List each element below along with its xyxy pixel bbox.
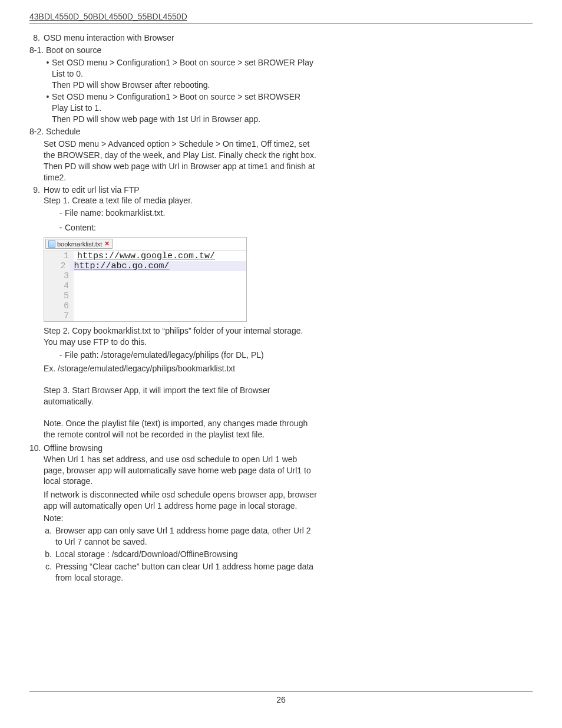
editor-line[interactable]: 2http://abc.go.com/ [44, 261, 246, 271]
line-number: 2 [44, 261, 70, 271]
text: Set OSD menu > Configuration1 > Boot on … [52, 92, 300, 113]
body-text: Step 3. Start Browser App, it will impor… [44, 385, 318, 407]
url-link[interactable]: https://www.google.com.tw/ [77, 251, 215, 261]
body-text: Set OSD menu > Configuration1 > Boot on … [52, 91, 318, 125]
editor-line[interactable]: 1https://www.google.com.tw/ [44, 251, 246, 261]
editor-line[interactable]: 4 [44, 281, 246, 291]
body-text: OSD menu interaction with Browser [44, 32, 318, 44]
dash-icon: - [57, 350, 65, 361]
body-text: Note: [44, 513, 318, 524]
text: Set OSD menu > Configuration1 > Boot on … [52, 58, 313, 78]
editor-tab[interactable]: bookmarklist.txt ✕ [45, 239, 113, 249]
text: Then PD will show web page with 1st Url … [52, 114, 260, 124]
body-text: Pressing “Clear cache” button can clear … [55, 561, 318, 584]
dash-icon: - [57, 222, 65, 233]
text: How to edit url list via FTP [44, 185, 140, 195]
body-text: Set OSD menu > Configuration1 > Boot on … [52, 57, 318, 91]
line-content[interactable] [74, 291, 82, 301]
list-letter: b. [44, 549, 55, 560]
body-text: Ex. /storage/emulated/legacy/philips/boo… [44, 363, 318, 374]
list-letter: a. [44, 525, 55, 548]
editor-line[interactable]: 7 [44, 311, 246, 321]
text: Step 1. Create a text file of media play… [44, 196, 193, 205]
line-content[interactable]: https://www.google.com.tw/ [74, 251, 215, 261]
line-number: 7 [44, 311, 74, 321]
editor-line[interactable]: 5 [44, 291, 246, 301]
line-content[interactable]: http://abc.go.com/ [70, 261, 246, 271]
body-text: 8-2. Schedule [29, 126, 318, 137]
editor-line[interactable]: 3 [44, 271, 246, 281]
body-text: Note. Once the playlist file (text) is i… [44, 418, 318, 440]
body-text: 8-1. Boot on source [29, 45, 318, 56]
tab-title: bookmarklist.txt [57, 241, 102, 248]
bullet-icon: • [44, 91, 52, 125]
main-content: 8.OSD menu interaction with Browser 8-1.… [29, 32, 318, 583]
line-number: 5 [44, 291, 74, 301]
editor-line[interactable]: 6 [44, 301, 246, 311]
file-icon [48, 241, 55, 248]
url-link[interactable]: http://abc.go.com/ [74, 261, 169, 271]
body-text: Set OSD menu > Advanced option > Schedul… [44, 139, 318, 183]
line-content[interactable] [74, 281, 82, 291]
line-number: 3 [44, 271, 74, 281]
editor-lines: 1https://www.google.com.tw/2http://abc.g… [44, 251, 246, 321]
body-text: File name: bookmarklist.txt. [65, 207, 318, 219]
line-number: 1 [44, 251, 74, 261]
text-editor: bookmarklist.txt ✕ 1https://www.google.c… [44, 237, 247, 322]
line-content[interactable] [74, 271, 82, 281]
page-footer: 26 [29, 691, 533, 704]
text: Offline browsing [44, 443, 103, 453]
text: When Url 1 has set address, and use osd … [44, 454, 311, 486]
body-text: File path: /storage/emulated/legacy/phil… [65, 350, 318, 361]
close-icon[interactable]: ✕ [104, 240, 110, 248]
dash-icon: - [57, 207, 65, 219]
body-text: If network is disconnected while osd sch… [44, 489, 318, 512]
list-letter: c. [44, 561, 55, 584]
line-content[interactable] [74, 311, 82, 321]
body-text: Step 2. Copy bookmarklist.txt to “philip… [44, 325, 318, 348]
document-header: 43BDL4550D_50BDL4550D_55BDL4550D [29, 12, 533, 24]
page-number: 26 [276, 695, 286, 704]
line-number: 6 [44, 301, 74, 311]
body-text: How to edit url list via FTP Step 1. Cre… [44, 185, 318, 207]
body-text: Content: [65, 222, 318, 233]
body-text: Offline browsing When Url 1 has set addr… [44, 443, 318, 487]
text: Then PD will show Browser after rebootin… [52, 80, 210, 90]
line-number: 4 [44, 281, 74, 291]
body-text: Browser app can only save Url 1 address … [55, 525, 318, 548]
list-number: 8. [29, 32, 44, 44]
list-number: 10. [29, 443, 44, 487]
list-number: 9. [29, 185, 44, 207]
line-content[interactable] [74, 301, 82, 311]
bullet-icon: • [44, 57, 52, 91]
body-text: Local storage : /sdcard/Download/Offline… [55, 549, 318, 560]
